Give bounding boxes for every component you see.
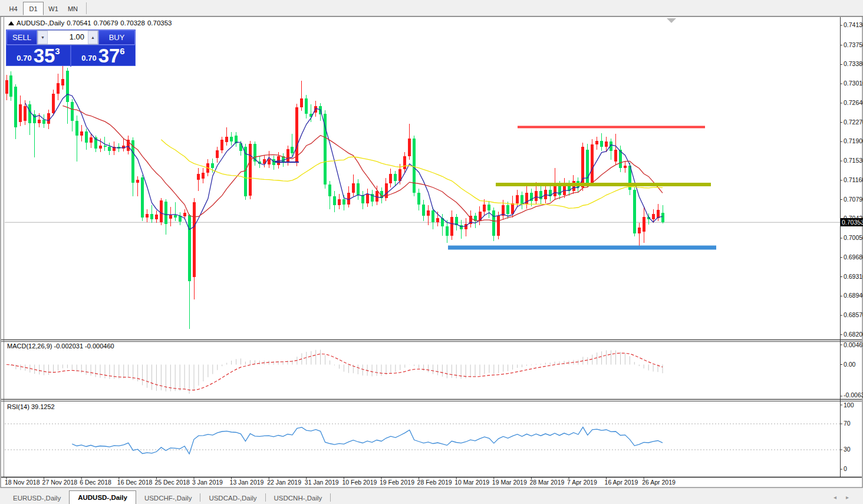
ohlc-close: 0.70353	[147, 19, 172, 27]
tab-scroll-right-icon[interactable]: ▸	[846, 494, 858, 500]
ohlc-low: 0.70328	[120, 19, 145, 27]
date-axis-label: 10 Mar 2019	[454, 479, 489, 486]
date-axis-label: 26 Apr 2019	[642, 479, 676, 486]
price-axis-label: 0.72640	[844, 99, 863, 106]
sell-price-prefix: 0.70	[17, 54, 31, 65]
rsi-axis-label: 100	[844, 401, 854, 409]
rsi-axis-label: 70	[844, 420, 851, 427]
price-axis-label: 0.68200	[844, 331, 863, 338]
symbol-triangle-icon	[8, 21, 14, 25]
symbol-tab-eurusd[interactable]: EURUSD-,Daily	[5, 492, 69, 504]
symbol-tab-audusd[interactable]: AUDUSD-,Daily	[69, 490, 136, 504]
date-axis-label: 19 Mar 2019	[492, 479, 527, 486]
price-axis-label: 0.71160	[844, 176, 863, 183]
one-click-trading-panel: SELL ▼ 1.00 ▲ BUY 0.70353 0.70376	[6, 29, 136, 66]
price-axis-label: 0.70420	[844, 215, 863, 222]
rsi-axis-label: 30	[844, 446, 851, 453]
date-axis-label: 28 Mar 2019	[529, 479, 564, 486]
date-axis-label: 3 Jan 2019	[192, 479, 223, 486]
date-axis-label: 27 Nov 2018	[42, 479, 78, 486]
rsi-axis-label: 0	[844, 465, 847, 472]
macd-axis-label: 0.00	[844, 361, 855, 368]
date-axis-label: 28 Feb 2019	[417, 479, 452, 486]
buy-button[interactable]: BUY	[98, 30, 135, 45]
price-axis-label: 0.71900	[844, 137, 863, 144]
price-axis-label: 0.68940	[844, 292, 863, 299]
price-axis-label: 0.74130	[844, 21, 863, 28]
chart-canvas[interactable]	[0, 0, 863, 504]
date-axis-label: 25 Dec 2018	[154, 479, 190, 486]
tab-separator	[330, 493, 331, 502]
ohlc-high: 0.70679	[94, 19, 118, 27]
chart-symbol: AUDUSD-,Daily	[17, 19, 64, 27]
sell-price-point: 3	[55, 46, 60, 65]
price-axis-label: 0.70790	[844, 196, 863, 203]
buy-price-point: 6	[120, 46, 124, 65]
date-axis-label: 16 Apr 2019	[605, 479, 638, 486]
chart-shift-icon[interactable]	[667, 18, 676, 23]
price-axis-label: 0.69680	[844, 253, 863, 261]
date-axis-label: 16 Dec 2018	[117, 479, 153, 486]
price-axis-label: 0.73380	[844, 60, 863, 67]
date-axis-label: 7 Apr 2019	[567, 479, 597, 486]
mt5-window: H4D1W1MN AUDUSD-,Daily0.705410.706790.70…	[0, 0, 863, 504]
sell-button[interactable]: SELL	[6, 30, 37, 45]
buy-price-display[interactable]: 0.70376	[71, 45, 135, 67]
symbol-tab-usdcad[interactable]: USDCAD-,Daily	[200, 492, 265, 504]
symbol-tab-bar: EURUSD-,DailyAUDUSD-,DailyUSDCHF-,DailyU…	[0, 488, 863, 504]
symbol-tab-usdchf[interactable]: USDCHF-,Daily	[136, 492, 200, 504]
date-axis-label: 22 Jan 2019	[267, 479, 301, 486]
price-axis-label: 0.73010	[844, 80, 863, 87]
buy-price-pips: 37	[98, 47, 120, 65]
date-axis-label: 13 Jan 2019	[230, 479, 264, 486]
price-axis-label: 0.71530	[844, 157, 863, 164]
date-axis-label: 31 Jan 2019	[305, 479, 339, 486]
tab-scroll-left-icon[interactable]: ◂	[834, 494, 846, 500]
price-axis-label: 0.70050	[844, 234, 863, 241]
date-axis-label: 19 Feb 2019	[380, 479, 414, 486]
chart-header: AUDUSD-,Daily0.705410.706790.703280.7035…	[8, 19, 174, 27]
volume-stepper: ▼ 1.00 ▲	[37, 30, 98, 45]
price-axis-label: 0.72270	[844, 118, 863, 126]
rsi-label: RSI(14) 39.1252	[7, 403, 55, 410]
price-axis-label: 0.69310	[844, 273, 863, 280]
ohlc-open: 0.70541	[67, 19, 91, 27]
volume-increase-button[interactable]: ▲	[88, 31, 98, 44]
macd-axis-label: 0.004694	[844, 341, 863, 348]
volume-decrease-button[interactable]: ▼	[38, 31, 48, 44]
sell-price-pips: 35	[34, 47, 55, 65]
date-axis-label: 18 Nov 2018	[5, 479, 40, 486]
buy-price-prefix: 0.70	[81, 54, 96, 65]
price-axis-label: 0.68570	[844, 311, 863, 318]
tab-scroll-arrows[interactable]: ◂▸	[834, 494, 858, 500]
macd-label: MACD(12,26,9) -0.002031 -0.000460	[7, 342, 114, 350]
volume-input[interactable]: 1.00	[48, 31, 88, 44]
macd-axis-label: -0.00639	[844, 391, 863, 398]
price-axis-label: 0.73750	[844, 41, 863, 48]
date-axis-label: 6 Dec 2018	[80, 479, 111, 486]
sell-price-display[interactable]: 0.70353	[6, 45, 71, 67]
date-axis-label: 10 Feb 2019	[342, 479, 377, 486]
symbol-tab-usdcnh[interactable]: USDCNH-,Daily	[266, 492, 331, 504]
